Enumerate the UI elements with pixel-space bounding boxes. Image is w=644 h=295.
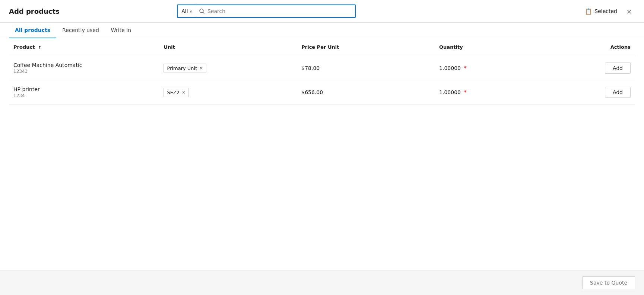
search-bar: All ∨	[177, 4, 356, 18]
qty-container-1: 1.00000 *	[439, 65, 568, 72]
search-filter-label: All	[181, 8, 188, 14]
product-name-2: HP printer	[13, 86, 155, 92]
unit-column-header: Unit	[159, 38, 297, 56]
unit-remove-2[interactable]: ×	[182, 90, 185, 94]
search-filter-dropdown[interactable]: All ∨	[178, 5, 196, 17]
header-right: 📋 Selected ×	[585, 5, 635, 17]
products-table-container: Product ↑ Unit Price Per Unit Quantity A…	[0, 38, 644, 270]
close-icon: ×	[626, 7, 632, 15]
sort-icon[interactable]: ↑	[38, 45, 41, 50]
tab-bar: All products Recently used Write in	[0, 23, 644, 38]
product-cell-2: HP printer 1234	[9, 80, 159, 105]
unit-remove-1[interactable]: ×	[199, 66, 203, 70]
close-button[interactable]: ×	[623, 5, 635, 17]
price-cell-1: $78.00	[297, 56, 435, 80]
qty-value-2: 1.00000	[439, 89, 461, 95]
add-button-2[interactable]: Add	[605, 87, 631, 98]
table-header-row: Product ↑ Unit Price Per Unit Quantity A…	[9, 38, 635, 56]
unit-tag-1: Primary Unit ×	[164, 64, 206, 73]
dialog-header: Add products All ∨ 📋 Selected ×	[0, 0, 644, 23]
dialog-footer: Save to Quote	[0, 270, 644, 295]
products-table: Product ↑ Unit Price Per Unit Quantity A…	[9, 38, 635, 105]
unit-tag-2: SEZ2 ×	[164, 88, 189, 97]
svg-line-1	[203, 12, 204, 13]
unit-cell-1: Primary Unit ×	[159, 56, 297, 80]
price-value-2: $656.00	[301, 89, 323, 95]
qty-container-2: 1.00000 *	[439, 89, 568, 96]
add-button-1[interactable]: Add	[605, 62, 631, 74]
product-column-header: Product ↑	[9, 38, 159, 56]
required-indicator-2: *	[464, 89, 467, 96]
price-value-1: $78.00	[301, 65, 320, 71]
save-to-quote-button[interactable]: Save to Quote	[582, 276, 635, 289]
selected-button[interactable]: 📋 Selected	[585, 8, 617, 15]
quantity-cell-1: 1.00000 *	[435, 56, 572, 80]
quantity-column-header: Quantity	[435, 38, 572, 56]
add-products-dialog: Add products All ∨ 📋 Selected ×	[0, 0, 644, 295]
search-icon	[196, 9, 207, 14]
product-code-2: 1234	[13, 93, 155, 98]
clipboard-icon: 📋	[585, 8, 592, 15]
tab-recently-used[interactable]: Recently used	[56, 23, 105, 38]
actions-cell-1: Add	[572, 56, 635, 80]
price-column-header: Price Per Unit	[297, 38, 435, 56]
table-row: Coffee Machine Automatic 12343 Primary U…	[9, 56, 635, 80]
product-name-1: Coffee Machine Automatic	[13, 62, 155, 68]
qty-value-1: 1.00000	[439, 65, 461, 71]
unit-cell-2: SEZ2 ×	[159, 80, 297, 105]
quantity-cell-2: 1.00000 *	[435, 80, 572, 105]
product-cell-1: Coffee Machine Automatic 12343	[9, 56, 159, 80]
price-cell-2: $656.00	[297, 80, 435, 105]
actions-column-header: Actions	[572, 38, 635, 56]
actions-cell-2: Add	[572, 80, 635, 105]
dialog-title: Add products	[9, 7, 60, 15]
tab-write-in[interactable]: Write in	[105, 23, 137, 38]
required-indicator-1: *	[464, 65, 467, 72]
tab-all-products[interactable]: All products	[9, 23, 56, 38]
unit-label-1: Primary Unit	[167, 65, 197, 71]
product-code-1: 12343	[13, 69, 155, 74]
table-row: HP printer 1234 SEZ2 × $656.00	[9, 80, 635, 105]
search-input[interactable]	[207, 8, 355, 14]
selected-label: Selected	[594, 8, 617, 14]
unit-label-2: SEZ2	[167, 90, 180, 95]
chevron-down-icon: ∨	[190, 9, 192, 13]
